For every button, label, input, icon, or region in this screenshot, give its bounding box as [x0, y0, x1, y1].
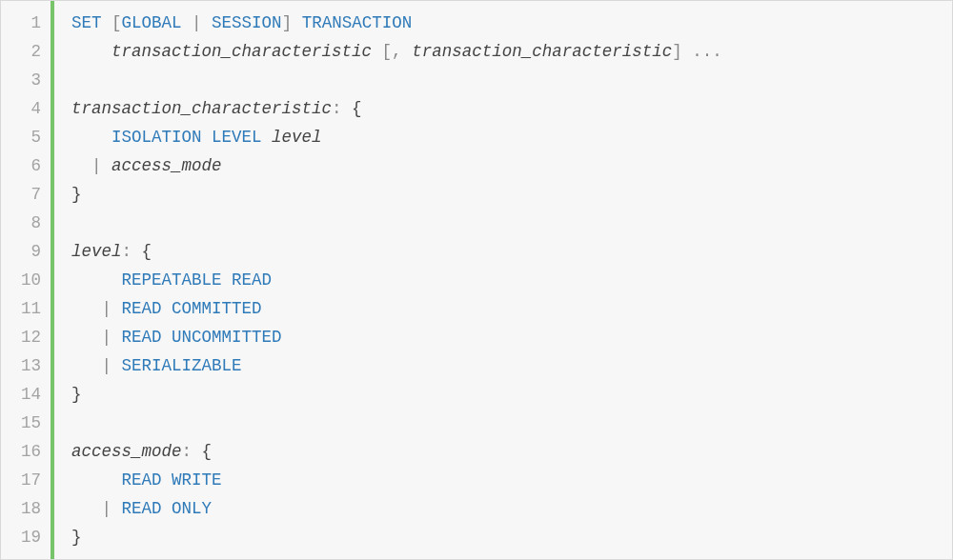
code-line: [71, 66, 952, 94]
token-brace: }: [71, 528, 82, 547]
token-ital: level: [272, 128, 322, 147]
token-text: [71, 299, 102, 318]
token-pun: ...: [692, 42, 722, 61]
code-line: }: [71, 180, 952, 209]
token-text: [112, 356, 122, 375]
token-kw: READ: [122, 499, 162, 518]
token-brace: }: [71, 185, 82, 204]
line-number: 7: [1, 180, 51, 209]
token-text: [222, 270, 233, 290]
code-line: }: [71, 380, 952, 409]
token-kw: COMMITTED: [172, 299, 262, 318]
line-number: 10: [1, 266, 51, 294]
code-line: access_mode: {: [71, 437, 952, 466]
token-text: [102, 13, 112, 32]
line-number: 2: [1, 37, 51, 66]
token-bar: |: [91, 156, 102, 175]
token-text: [112, 299, 122, 318]
code-line: }: [71, 523, 952, 551]
token-text: [162, 299, 172, 318]
token-bar: |: [102, 356, 112, 375]
line-number: 8: [1, 209, 51, 237]
token-kw: SERIALIZABLE: [122, 356, 242, 375]
token-ital: level: [71, 242, 122, 261]
code-block: 12345678910111213141516171819 SET [GLOBA…: [0, 0, 953, 560]
token-pun: :: [332, 99, 342, 118]
line-number: 4: [1, 94, 51, 123]
token-ital: access_mode: [71, 442, 182, 461]
token-text: [682, 42, 693, 61]
token-ital: transaction_characteristic: [71, 99, 332, 118]
line-number: 1: [1, 9, 51, 37]
line-number: 19: [1, 523, 51, 551]
token-bar: |: [192, 13, 202, 32]
token-kw: READ: [122, 470, 162, 490]
token-brace: {: [142, 242, 152, 261]
token-ital: transaction_characteristic: [412, 42, 672, 61]
token-kw: TRANSACTION: [302, 13, 413, 32]
token-brace: {: [202, 442, 213, 461]
token-kw: SET: [71, 13, 102, 32]
line-number: 17: [1, 466, 51, 494]
token-kw: ISOLATION: [112, 128, 202, 147]
code-line: level: {: [71, 237, 952, 266]
code-content[interactable]: SET [GLOBAL | SESSION] TRANSACTION trans…: [54, 1, 952, 559]
code-line: REPEATABLE READ: [71, 266, 952, 294]
token-text: [292, 13, 302, 32]
token-text: [162, 470, 172, 490]
token-pun: [: [112, 13, 122, 32]
token-pun: ]: [282, 13, 293, 32]
token-kw: UNCOMMITTED: [172, 328, 282, 347]
line-number: 16: [1, 437, 51, 466]
token-text: [71, 42, 112, 61]
token-kw: READ: [122, 299, 162, 318]
token-text: [162, 499, 172, 518]
code-line: READ WRITE: [71, 466, 952, 494]
code-line: ISOLATION LEVEL level: [71, 123, 952, 151]
token-pun: ]: [672, 42, 682, 61]
code-line: | READ COMMITTED: [71, 294, 952, 323]
token-pun: [: [382, 42, 393, 61]
line-number: 12: [1, 323, 51, 351]
token-kw: SESSION: [212, 13, 282, 32]
token-text: [132, 242, 142, 261]
token-text: [192, 442, 202, 461]
token-kw: READ: [232, 270, 272, 290]
token-text: [71, 128, 112, 147]
line-number: 6: [1, 151, 51, 180]
token-kw: GLOBAL: [122, 13, 182, 32]
code-line: [71, 409, 952, 437]
token-kw: LEVEL: [212, 128, 262, 147]
token-text: [71, 470, 122, 490]
token-text: [71, 156, 91, 175]
code-line: | access_mode: [71, 151, 952, 180]
token-bar: |: [102, 499, 112, 518]
token-kw: ONLY: [172, 499, 212, 518]
code-line: | READ UNCOMMITTED: [71, 323, 952, 351]
token-brace: }: [71, 385, 82, 404]
line-number: 5: [1, 123, 51, 151]
token-text: [112, 499, 122, 518]
token-text: [372, 42, 382, 61]
code-line: transaction_characteristic [, transactio…: [71, 37, 952, 66]
token-brace: {: [352, 99, 362, 118]
token-text: [342, 99, 353, 118]
code-line: SET [GLOBAL | SESSION] TRANSACTION: [71, 9, 952, 37]
token-pun: :: [182, 442, 193, 461]
token-ital: access_mode: [112, 156, 222, 175]
token-kw: WRITE: [172, 470, 222, 490]
token-text: [71, 356, 102, 375]
token-text: [71, 328, 102, 347]
token-pun: :: [122, 242, 132, 261]
token-kw: READ: [122, 328, 162, 347]
token-text: [202, 13, 213, 32]
line-number: 14: [1, 380, 51, 409]
token-bar: |: [102, 328, 112, 347]
line-number: 18: [1, 494, 51, 523]
token-pun: ,: [392, 42, 402, 61]
token-ital: transaction_characteristic: [112, 42, 372, 61]
token-text: [71, 270, 122, 290]
code-line: [71, 209, 952, 237]
token-text: [102, 156, 112, 175]
token-text: [112, 328, 122, 347]
